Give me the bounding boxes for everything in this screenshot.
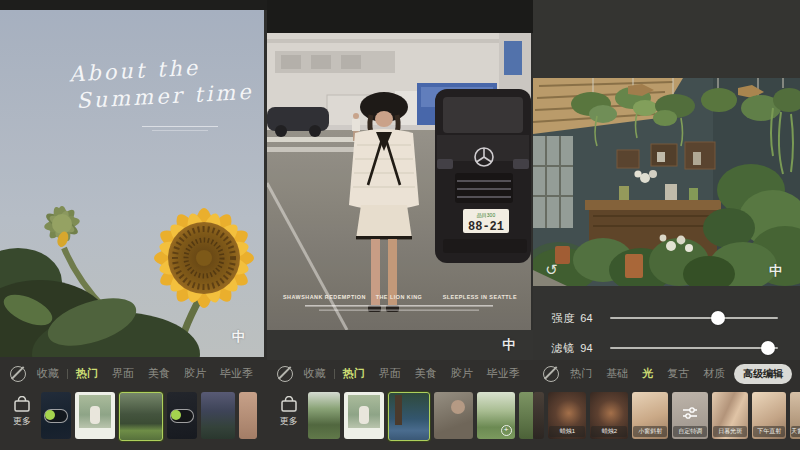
tab-divider [67, 369, 68, 379]
plus-icon[interactable]: + [501, 425, 512, 436]
filter-adjust-sliders: 强度 64 滤镜 94 [533, 286, 800, 360]
panel-middle: 品目300 88-21 SHAW [267, 0, 534, 450]
no-filter-icon[interactable] [543, 366, 559, 382]
filter-thumbnail[interactable] [519, 392, 534, 439]
filter-thumbnail[interactable] [201, 392, 235, 439]
filter-thumbnail[interactable]: 日暮光斑 [712, 392, 748, 439]
filter-thumbnail[interactable] [308, 392, 340, 439]
sunflower-photo [0, 10, 264, 357]
tab-hot[interactable]: 热门 [76, 366, 98, 381]
panel-left: About the Summer time 中 收藏 热门 界面 美食 胶片 毕… [0, 0, 267, 450]
filter-thumbnail-selected[interactable] [119, 392, 163, 441]
filter-thumbnail[interactable]: 天窗光线 [790, 392, 800, 439]
photo-caption-line [142, 126, 218, 127]
filter-thumbnail[interactable]: 蜡烛2 [590, 392, 628, 439]
filter-thumbnail[interactable] [41, 392, 71, 439]
filter-name: 日暮光斑 [713, 426, 747, 437]
filter-name: 下午直射 [753, 426, 785, 437]
sliders-icon [682, 406, 698, 420]
tab-graduation[interactable]: 毕业季 [220, 366, 253, 381]
filter-thumbnail[interactable]: 蜡烛1 [548, 392, 586, 439]
more-button[interactable]: 更多 [8, 396, 36, 428]
plant-shop-photo [533, 78, 800, 286]
tab-food[interactable]: 美食 [148, 366, 170, 381]
filter-thumbnail[interactable] [75, 392, 115, 439]
strength-slider-row: 强度 64 [551, 308, 778, 328]
filter-thumbnail-custom[interactable]: 自定特调 [672, 392, 708, 439]
triple-screen-layout: About the Summer time 中 收藏 热门 界面 美食 胶片 毕… [0, 0, 800, 450]
photo-caption-line [152, 130, 208, 131]
app-watermark: 中 [502, 338, 515, 351]
strength-slider-knob[interactable] [711, 311, 725, 325]
filter-category-bar: 收藏 热门 界面 美食 胶片 毕业季 [0, 360, 267, 387]
status-strip [533, 0, 800, 78]
filter-name: 蜡烛2 [591, 426, 627, 437]
tab-ui[interactable]: 界面 [112, 366, 134, 381]
no-filter-icon[interactable] [277, 366, 293, 382]
tab-divider [334, 369, 335, 379]
tab-film[interactable]: 胶片 [184, 366, 206, 381]
no-filter-icon[interactable] [10, 366, 26, 382]
bag-icon [13, 396, 31, 412]
strength-value: 64 [580, 312, 598, 324]
filter-thumbnail[interactable] [434, 392, 473, 439]
bag-icon [280, 396, 298, 412]
tab-texture[interactable]: 材质 [703, 366, 725, 381]
filter-name: 蜡烛1 [549, 426, 585, 437]
filter-thumbnail-row: 更多 + [267, 387, 534, 450]
tab-film[interactable]: 胶片 [451, 366, 473, 381]
more-label: 更多 [13, 415, 31, 428]
tab-hot[interactable]: 热门 [570, 366, 592, 381]
street-photo: 品目300 88-21 SHAW [267, 33, 531, 330]
filter-thumbnail[interactable] [239, 392, 257, 439]
filter-toggle[interactable] [170, 409, 194, 423]
app-watermark: 中 [232, 330, 245, 343]
filter-thumbnail[interactable]: 下午直射 [752, 392, 786, 439]
filter-thumbnail[interactable]: 小窗斜射 [632, 392, 668, 439]
tab-ui[interactable]: 界面 [379, 366, 401, 381]
filter-slider-row: 滤镜 94 [551, 338, 778, 358]
filter-toggle[interactable] [44, 409, 68, 423]
strength-label: 强度 [551, 311, 575, 326]
filter-label: 滤镜 [551, 341, 575, 356]
tab-graduation[interactable]: 毕业季 [487, 366, 520, 381]
filter-name: 天窗光线 [791, 426, 800, 437]
status-strip [267, 0, 534, 33]
undo-icon[interactable]: ↺ [545, 262, 558, 277]
filter-value: 94 [580, 342, 598, 354]
more-label: 更多 [280, 415, 298, 428]
filter-category-bar: 收藏 热门 界面 美食 胶片 毕业季 [267, 360, 534, 387]
advanced-edit-button[interactable]: 高级编辑 [734, 364, 792, 384]
tab-basic[interactable]: 基础 [606, 366, 628, 381]
filter-name: 小窗斜射 [633, 426, 667, 437]
tab-food[interactable]: 美食 [415, 366, 437, 381]
more-button[interactable]: 更多 [275, 396, 303, 428]
filter-thumbnail-selected[interactable] [388, 392, 430, 441]
tab-light[interactable]: 光 [642, 366, 653, 381]
strength-slider-track[interactable] [610, 317, 778, 319]
photo-bottom-strip [267, 330, 534, 362]
tab-favorites[interactable]: 收藏 [37, 366, 59, 381]
filter-thumbnail-row: 蜡烛1 蜡烛2 小窗斜射 自定特调 日暮光斑 下午直射 天窗光线 [533, 387, 800, 450]
filter-slider-knob[interactable] [761, 341, 775, 355]
panel-right: ↺ 中 强度 64 滤镜 94 热门 基础 光 复古 [533, 0, 800, 450]
filter-thumbnail[interactable] [167, 392, 197, 439]
filter-category-bar: 热门 基础 光 复古 材质 高级编辑 [533, 360, 800, 387]
status-strip [0, 0, 267, 10]
filter-thumbnail-row: 更多 [0, 387, 267, 450]
tab-hot[interactable]: 热门 [343, 366, 365, 381]
tab-favorites[interactable]: 收藏 [304, 366, 326, 381]
filter-thumbnail[interactable]: + [477, 392, 515, 439]
filter-thumbnail[interactable] [344, 392, 384, 439]
filter-name: 自定特调 [673, 426, 707, 437]
app-watermark: 中 [769, 264, 782, 277]
tab-retro[interactable]: 复古 [667, 366, 689, 381]
filter-slider-track[interactable] [610, 347, 778, 349]
filter-thumbnail[interactable] [533, 392, 544, 439]
